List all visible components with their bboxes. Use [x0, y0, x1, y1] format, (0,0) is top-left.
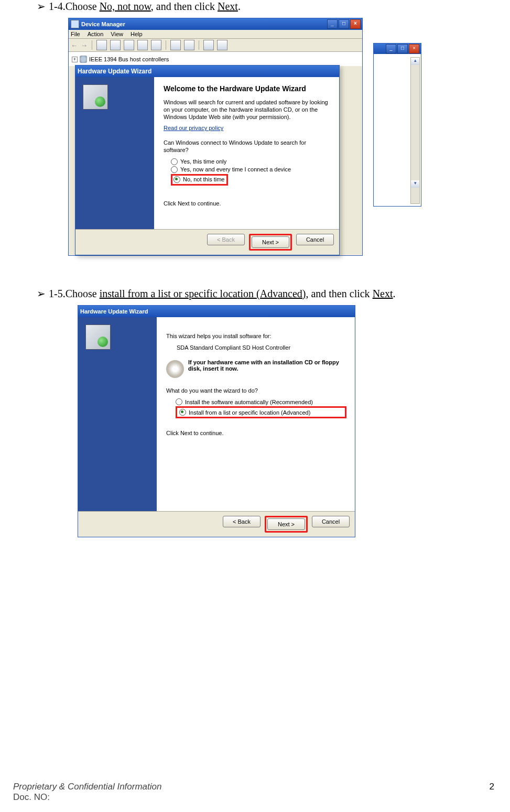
radio-icon[interactable]: [173, 176, 180, 183]
radio-label: Yes, now and every time I connect a devi…: [180, 166, 291, 172]
wizard2-helps: This wizard helps you install software f…: [166, 333, 346, 340]
wizard-continue: Click Next to continue.: [164, 200, 331, 208]
toolbar-icon[interactable]: [124, 40, 134, 50]
radio-label: No, not this time: [183, 176, 224, 182]
cancel-button[interactable]: Cancel: [296, 234, 334, 245]
wizard-device-icon: [85, 324, 111, 350]
radio-label: Yes, this time only: [180, 158, 226, 165]
step2-prefix: 1-5.Choose: [49, 288, 100, 299]
radio-auto-install[interactable]: Install the software automatically (Reco…: [176, 398, 346, 405]
highlight-next-button: Next >: [265, 516, 308, 533]
wizard2-side-panel: [78, 317, 157, 511]
wizard-device-icon: [83, 84, 108, 110]
step1-link2: Next: [218, 1, 238, 12]
toolbar-icon[interactable]: [203, 40, 214, 50]
radio-icon[interactable]: [179, 409, 186, 416]
radio-yes-always[interactable]: Yes, now and every time I connect a devi…: [171, 166, 331, 173]
step1-mid: , and then click: [151, 1, 218, 12]
highlight-selected-option: No, not this time: [171, 174, 228, 186]
instruction-1-5: ➢ 1-5.Choose install from a list or spec…: [37, 287, 473, 300]
scroll-up-icon[interactable]: ▴: [411, 58, 419, 65]
wizard-heading: Welcome to the Hardware Update Wizard: [164, 84, 331, 93]
instruction-1-4: ➢ 1-4.Choose No, not now, and then click…: [37, 0, 473, 13]
toolbar-icon[interactable]: [96, 40, 107, 50]
radio-yes-once[interactable]: Yes, this time only: [171, 158, 331, 165]
radio-icon[interactable]: [176, 398, 182, 405]
close-button[interactable]: ×: [350, 19, 361, 29]
hardware-update-wizard: Hardware Update Wizard Welcome to the Ha…: [75, 65, 340, 255]
scrollbar[interactable]: ▴ ▾: [410, 57, 420, 204]
step2-mid: , and then click: [306, 288, 372, 299]
cd-text: If your hardware came with an installati…: [188, 359, 346, 372]
cd-icon: [166, 360, 184, 378]
minimize-icon[interactable]: _: [386, 44, 396, 53]
dm-title: Device Manager: [81, 21, 125, 27]
toolbar-icon[interactable]: [110, 40, 121, 50]
menu-file[interactable]: File: [71, 31, 80, 37]
dm-toolbar: ← →: [69, 39, 362, 52]
privacy-link[interactable]: Read our privacy policy: [164, 125, 223, 131]
toolbar-icon[interactable]: [170, 40, 181, 50]
next-button[interactable]: Next >: [267, 518, 305, 530]
radio-label: Install the software automatically (Reco…: [185, 399, 313, 405]
wizard-intro: Windows will search for current and upda…: [164, 99, 331, 121]
wizard2-continue: Click Next to continue.: [166, 430, 346, 437]
wizard2-title-bar: Hardware Update Wizard: [78, 306, 355, 317]
wizard2-device: SDA Standard Compliant SD Host Controlle…: [166, 344, 346, 352]
footer-page-number: 2: [490, 782, 494, 803]
nav-fwd-icon[interactable]: →: [81, 41, 88, 49]
minimize-button[interactable]: _: [327, 19, 338, 29]
close-icon[interactable]: ×: [409, 44, 419, 53]
toolbar-icon[interactable]: [217, 40, 227, 50]
radio-no-not-this-time[interactable]: No, not this time: [173, 176, 224, 183]
step2-suffix: .: [393, 288, 396, 299]
step2-link2: Next: [373, 288, 393, 299]
dm-menu-bar: File Action View Help: [69, 30, 362, 39]
scroll-down-icon[interactable]: ▾: [411, 180, 419, 188]
device-tree: + IEEE 1394 Bus host controllers: [69, 52, 362, 66]
dm-title-bar: Device Manager _ □ ×: [69, 18, 362, 30]
menu-help[interactable]: Help: [131, 31, 143, 37]
footer-confidential: Proprietary & Confidential Information: [13, 782, 161, 792]
radio-install-from-list[interactable]: Install from a list or specific location…: [179, 409, 343, 416]
device-manager-icon: [71, 20, 79, 28]
back-button[interactable]: < Back: [223, 516, 261, 527]
wizard-side-panel: [75, 77, 154, 229]
back-button: < Back: [207, 234, 245, 245]
wizard2-question: What do you want the wizard to do?: [166, 387, 346, 395]
maximize-icon[interactable]: □: [397, 44, 408, 53]
toolbar-icon[interactable]: [184, 40, 194, 50]
page-footer: Proprietary & Confidential Information D…: [13, 782, 494, 803]
highlight-next-button: Next >: [249, 234, 292, 251]
wizard-question: Can Windows connect to Windows Update to…: [164, 139, 331, 154]
device-manager-window: Device Manager _ □ × File Action View He…: [68, 18, 363, 256]
bus-controller-icon: [80, 56, 87, 63]
wizard2-title: Hardware Update Wizard: [80, 308, 148, 315]
highlight-selected-option: Install from a list or specific location…: [176, 406, 346, 418]
background-window: _ □ × ▴ ▾: [373, 43, 421, 207]
wizard-title-bar: Hardware Update Wizard: [75, 66, 339, 77]
tree-item-label[interactable]: IEEE 1394 Bus host controllers: [89, 56, 169, 62]
next-button[interactable]: Next >: [252, 236, 289, 248]
footer-doc-label: Doc. NO:: [13, 792, 50, 802]
wizard-title: Hardware Update Wizard: [78, 68, 151, 75]
menu-view[interactable]: View: [111, 31, 123, 37]
radio-label: Install from a list or specific location…: [189, 409, 310, 416]
step1-link1: No, not now: [100, 1, 151, 12]
toolbar-icon[interactable]: [137, 40, 148, 50]
menu-action[interactable]: Action: [88, 31, 104, 37]
step2-link1: install from a list or specific location…: [100, 288, 306, 299]
radio-icon[interactable]: [171, 158, 178, 165]
radio-icon[interactable]: [171, 166, 178, 173]
hardware-update-wizard-2: Hardware Update Wizard This wizard helps…: [78, 305, 355, 537]
cancel-button[interactable]: Cancel: [312, 516, 350, 527]
expand-icon[interactable]: +: [72, 57, 78, 62]
toolbar-icon[interactable]: [151, 40, 161, 50]
nav-back-icon[interactable]: ←: [71, 41, 78, 49]
step1-suffix: .: [238, 1, 241, 12]
step1-prefix: 1-4.Choose: [49, 1, 100, 12]
maximize-button[interactable]: □: [339, 19, 349, 29]
